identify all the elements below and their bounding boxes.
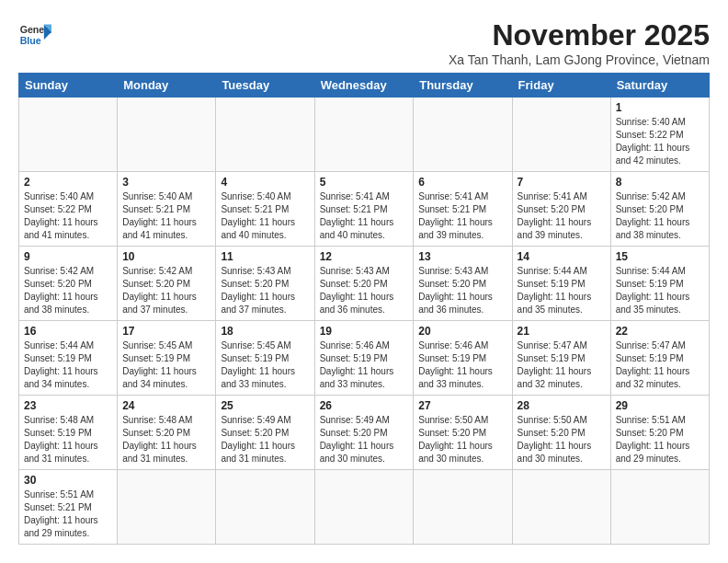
calendar-cell: 21Sunrise: 5:47 AM Sunset: 5:19 PM Dayli… xyxy=(512,321,610,396)
calendar-cell: 13Sunrise: 5:43 AM Sunset: 5:20 PM Dayli… xyxy=(414,247,512,321)
calendar-cell: 9Sunrise: 5:42 AM Sunset: 5:20 PM Daylig… xyxy=(19,247,118,321)
day-info: Sunrise: 5:44 AM Sunset: 5:19 PM Dayligh… xyxy=(518,265,606,316)
week-row-4: 16Sunrise: 5:44 AM Sunset: 5:19 PM Dayli… xyxy=(19,321,710,396)
day-info: Sunrise: 5:40 AM Sunset: 5:22 PM Dayligh… xyxy=(24,190,112,242)
calendar-cell: 12Sunrise: 5:43 AM Sunset: 5:20 PM Dayli… xyxy=(314,247,414,321)
calendar-cell: 1Sunrise: 5:40 AM Sunset: 5:22 PM Daylig… xyxy=(610,98,709,172)
day-number: 9 xyxy=(24,250,112,263)
weekday-header-sunday: Sunday xyxy=(19,74,118,98)
day-number: 3 xyxy=(122,176,210,189)
calendar-cell: 8Sunrise: 5:42 AM Sunset: 5:20 PM Daylig… xyxy=(610,172,709,247)
day-number: 19 xyxy=(320,325,409,338)
title-section: November 2025 Xa Tan Thanh, Lam GJong Pr… xyxy=(449,18,710,67)
calendar-cell: 19Sunrise: 5:46 AM Sunset: 5:19 PM Dayli… xyxy=(314,321,414,396)
day-number: 8 xyxy=(616,176,704,189)
day-info: Sunrise: 5:49 AM Sunset: 5:20 PM Dayligh… xyxy=(221,414,309,465)
day-number: 18 xyxy=(221,325,309,338)
day-number: 15 xyxy=(616,250,704,263)
weekday-header-monday: Monday xyxy=(118,74,216,98)
day-number: 6 xyxy=(418,176,506,189)
calendar-cell xyxy=(610,470,709,545)
calendar-cell: 14Sunrise: 5:44 AM Sunset: 5:19 PM Dayli… xyxy=(512,247,610,321)
day-info: Sunrise: 5:41 AM Sunset: 5:21 PM Dayligh… xyxy=(418,190,506,242)
weekday-header-tuesday: Tuesday xyxy=(216,74,314,98)
calendar-cell xyxy=(414,98,512,172)
weekday-header-friday: Friday xyxy=(512,74,610,98)
day-info: Sunrise: 5:46 AM Sunset: 5:19 PM Dayligh… xyxy=(320,339,409,391)
weekday-header-row: SundayMondayTuesdayWednesdayThursdayFrid… xyxy=(19,74,710,98)
weekday-header-saturday: Saturday xyxy=(610,74,709,98)
day-number: 26 xyxy=(320,399,409,412)
day-info: Sunrise: 5:47 AM Sunset: 5:19 PM Dayligh… xyxy=(518,339,606,391)
calendar-cell: 20Sunrise: 5:46 AM Sunset: 5:19 PM Dayli… xyxy=(414,321,512,396)
calendar-cell xyxy=(216,98,314,172)
day-info: Sunrise: 5:49 AM Sunset: 5:20 PM Dayligh… xyxy=(320,414,409,465)
calendar-table: SundayMondayTuesdayWednesdayThursdayFrid… xyxy=(18,73,710,545)
day-info: Sunrise: 5:42 AM Sunset: 5:20 PM Dayligh… xyxy=(24,265,112,316)
week-row-5: 23Sunrise: 5:48 AM Sunset: 5:19 PM Dayli… xyxy=(19,396,710,470)
calendar-cell xyxy=(216,470,314,545)
calendar-cell xyxy=(118,470,216,545)
day-number: 22 xyxy=(616,325,704,338)
month-title: November 2025 xyxy=(449,18,710,52)
logo-icon: General Blue xyxy=(18,18,51,52)
day-number: 1 xyxy=(616,101,704,114)
day-info: Sunrise: 5:41 AM Sunset: 5:20 PM Dayligh… xyxy=(518,190,606,242)
day-info: Sunrise: 5:44 AM Sunset: 5:19 PM Dayligh… xyxy=(24,339,112,391)
weekday-header-wednesday: Wednesday xyxy=(314,74,414,98)
calendar-cell: 15Sunrise: 5:44 AM Sunset: 5:19 PM Dayli… xyxy=(610,247,709,321)
day-number: 12 xyxy=(320,250,409,263)
calendar-cell: 29Sunrise: 5:51 AM Sunset: 5:20 PM Dayli… xyxy=(610,396,709,470)
day-number: 29 xyxy=(616,399,704,412)
day-number: 13 xyxy=(418,250,506,263)
day-info: Sunrise: 5:43 AM Sunset: 5:20 PM Dayligh… xyxy=(418,265,506,316)
day-number: 4 xyxy=(221,176,309,189)
day-info: Sunrise: 5:40 AM Sunset: 5:21 PM Dayligh… xyxy=(122,190,210,242)
day-number: 23 xyxy=(24,399,112,412)
week-row-3: 9Sunrise: 5:42 AM Sunset: 5:20 PM Daylig… xyxy=(19,247,710,321)
week-row-2: 2Sunrise: 5:40 AM Sunset: 5:22 PM Daylig… xyxy=(19,172,710,247)
calendar-cell xyxy=(314,98,414,172)
day-info: Sunrise: 5:42 AM Sunset: 5:20 PM Dayligh… xyxy=(616,190,704,242)
day-number: 28 xyxy=(518,399,606,412)
logo: General Blue xyxy=(18,18,51,52)
day-number: 7 xyxy=(518,176,606,189)
day-number: 24 xyxy=(122,399,210,412)
page-header: General Blue November 2025 Xa Tan Thanh,… xyxy=(18,18,710,67)
calendar-cell: 27Sunrise: 5:50 AM Sunset: 5:20 PM Dayli… xyxy=(414,396,512,470)
day-info: Sunrise: 5:51 AM Sunset: 5:21 PM Dayligh… xyxy=(24,488,112,540)
calendar-cell: 11Sunrise: 5:43 AM Sunset: 5:20 PM Dayli… xyxy=(216,247,314,321)
day-info: Sunrise: 5:51 AM Sunset: 5:20 PM Dayligh… xyxy=(616,414,704,465)
calendar-cell: 2Sunrise: 5:40 AM Sunset: 5:22 PM Daylig… xyxy=(19,172,118,247)
calendar-cell xyxy=(118,98,216,172)
week-row-1: 1Sunrise: 5:40 AM Sunset: 5:22 PM Daylig… xyxy=(19,98,710,172)
calendar-cell: 7Sunrise: 5:41 AM Sunset: 5:20 PM Daylig… xyxy=(512,172,610,247)
day-number: 14 xyxy=(518,250,606,263)
calendar-cell: 16Sunrise: 5:44 AM Sunset: 5:19 PM Dayli… xyxy=(19,321,118,396)
day-number: 2 xyxy=(24,176,112,189)
calendar-cell: 28Sunrise: 5:50 AM Sunset: 5:20 PM Dayli… xyxy=(512,396,610,470)
day-number: 11 xyxy=(221,250,309,263)
day-info: Sunrise: 5:43 AM Sunset: 5:20 PM Dayligh… xyxy=(320,265,409,316)
day-number: 21 xyxy=(518,325,606,338)
day-info: Sunrise: 5:50 AM Sunset: 5:20 PM Dayligh… xyxy=(418,414,506,465)
calendar-cell xyxy=(512,470,610,545)
day-number: 27 xyxy=(418,399,506,412)
calendar-cell: 30Sunrise: 5:51 AM Sunset: 5:21 PM Dayli… xyxy=(19,470,118,545)
day-info: Sunrise: 5:41 AM Sunset: 5:21 PM Dayligh… xyxy=(320,190,409,242)
calendar-cell: 24Sunrise: 5:48 AM Sunset: 5:20 PM Dayli… xyxy=(118,396,216,470)
day-info: Sunrise: 5:40 AM Sunset: 5:22 PM Dayligh… xyxy=(616,116,704,167)
calendar-cell: 26Sunrise: 5:49 AM Sunset: 5:20 PM Dayli… xyxy=(314,396,414,470)
calendar-cell: 22Sunrise: 5:47 AM Sunset: 5:19 PM Dayli… xyxy=(610,321,709,396)
day-number: 30 xyxy=(24,474,112,487)
calendar-cell: 23Sunrise: 5:48 AM Sunset: 5:19 PM Dayli… xyxy=(19,396,118,470)
day-info: Sunrise: 5:45 AM Sunset: 5:19 PM Dayligh… xyxy=(221,339,309,391)
location: Xa Tan Thanh, Lam GJong Province, Vietna… xyxy=(449,52,710,67)
day-number: 25 xyxy=(221,399,309,412)
week-row-6: 30Sunrise: 5:51 AM Sunset: 5:21 PM Dayli… xyxy=(19,470,710,545)
calendar-cell: 10Sunrise: 5:42 AM Sunset: 5:20 PM Dayli… xyxy=(118,247,216,321)
day-info: Sunrise: 5:47 AM Sunset: 5:19 PM Dayligh… xyxy=(616,339,704,391)
calendar-cell: 18Sunrise: 5:45 AM Sunset: 5:19 PM Dayli… xyxy=(216,321,314,396)
day-number: 16 xyxy=(24,325,112,338)
day-info: Sunrise: 5:42 AM Sunset: 5:20 PM Dayligh… xyxy=(122,265,210,316)
